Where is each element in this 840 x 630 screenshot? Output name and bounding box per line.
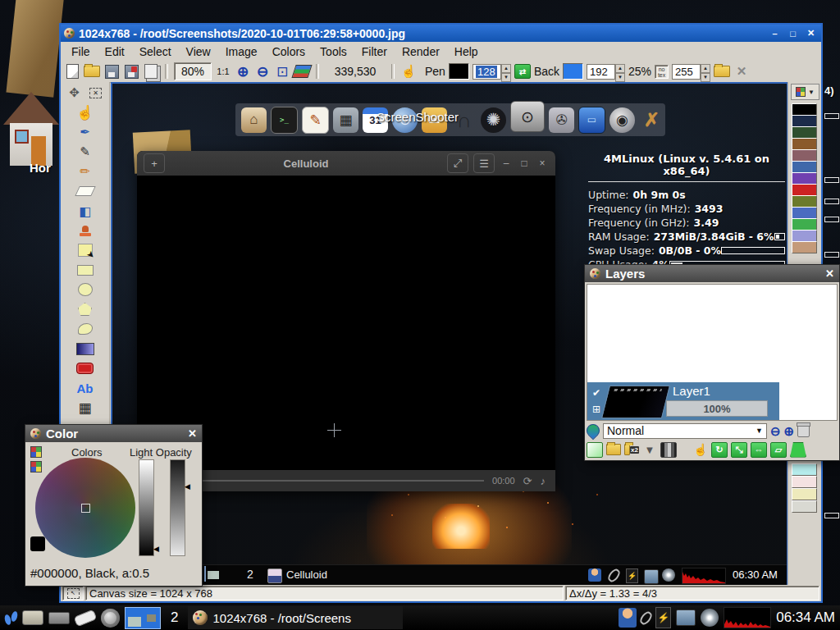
palette-swatch[interactable]	[792, 138, 817, 150]
menu-help[interactable]: Help	[447, 43, 486, 60]
move-tool[interactable]: ✥	[66, 84, 84, 102]
palette-swatch[interactable]	[792, 161, 817, 173]
fill-tool[interactable]: ◧	[75, 202, 95, 220]
deselect-tool[interactable]: ✕	[87, 84, 105, 102]
tray-user-icon[interactable]	[619, 608, 637, 628]
footprints-icon[interactable]	[5, 611, 17, 625]
zoom-select-button[interactable]: ⊡	[274, 63, 290, 80]
palette-swatch[interactable]	[792, 463, 817, 476]
minimize-button[interactable]: –	[768, 27, 782, 39]
lightness-marker[interactable]: ◀	[153, 545, 159, 553]
layer-open-icon[interactable]	[606, 443, 621, 457]
layer-visible-checkbox[interactable]: ✔	[592, 387, 600, 399]
save-button[interactable]	[103, 63, 120, 80]
window-titlebar[interactable]: 840x630 - /root/Screenshots/2020-10-01T…	[61, 25, 821, 42]
text-tool[interactable]: Ab	[75, 379, 95, 397]
background-color-swatch[interactable]	[563, 63, 583, 80]
palette-remove-icon[interactable]	[30, 461, 42, 472]
spin-down-icon[interactable]: ▼	[615, 73, 625, 82]
open-file-button[interactable]	[84, 63, 100, 80]
spin-down-icon[interactable]: ▼	[701, 73, 710, 82]
blend-mode-combo[interactable]: Normal ▼	[603, 423, 767, 439]
ellipse-tool[interactable]	[75, 281, 95, 299]
palette-swatch[interactable]	[792, 476, 817, 488]
swap-colors-button[interactable]: ⇄	[514, 64, 531, 79]
save-as-button[interactable]	[123, 63, 139, 80]
shuffle-tool[interactable]: ✏	[75, 162, 95, 180]
color-wheel-selector[interactable]	[81, 504, 90, 513]
zoom-level-combo[interactable]: 80%	[174, 62, 212, 80]
opacity-slider[interactable]	[170, 459, 185, 556]
spin-down-icon[interactable]: ▼	[501, 73, 511, 82]
palette-swatch[interactable]	[792, 488, 817, 500]
layer-new-icon[interactable]	[587, 442, 603, 458]
spin-up-icon[interactable]: ▲	[501, 64, 511, 73]
workspace-pager[interactable]	[125, 607, 161, 629]
eraser-tool[interactable]	[75, 182, 95, 200]
tray-computer-icon[interactable]	[676, 609, 696, 626]
tray-battery-icon[interactable]: ⚡	[655, 607, 671, 628]
color-close-icon[interactable]: ✕	[188, 427, 197, 440]
select-tool[interactable]: ➤	[75, 241, 95, 259]
pattern-tool[interactable]: ▦	[75, 399, 95, 417]
palette-menu-button[interactable]: ▼	[791, 84, 819, 100]
layers-trash-icon[interactable]	[797, 424, 810, 437]
load-texture-button[interactable]	[714, 63, 730, 80]
layer-skew-icon[interactable]: ▱	[770, 442, 787, 458]
palette-swatch[interactable]	[792, 103, 817, 116]
menu-file[interactable]: File	[64, 43, 98, 60]
clone-tool[interactable]	[75, 221, 95, 240]
palette-swatch[interactable]	[792, 195, 817, 208]
copy-button[interactable]	[143, 63, 159, 80]
paint-tool[interactable]: ✎	[75, 143, 95, 161]
layer-grid-icon[interactable]: ⊞	[592, 404, 600, 415]
palette-swatch[interactable]	[792, 172, 817, 185]
rectangle-tool[interactable]	[75, 261, 95, 279]
volume-icon[interactable]	[101, 609, 120, 628]
palette-swatch[interactable]	[792, 115, 817, 127]
usb-stick-icon[interactable]	[74, 609, 98, 627]
palette-swatch[interactable]	[792, 207, 817, 219]
menu-edit[interactable]: Edit	[98, 43, 132, 60]
palette-swatch[interactable]	[792, 241, 817, 253]
value-c-spinbox[interactable]: 255 ▲▼	[672, 64, 710, 80]
layer-center-icon[interactable]: ☝	[693, 443, 708, 457]
layers-zoom-out-icon[interactable]: ⊖	[770, 425, 781, 437]
clear-texture-button[interactable]: ✕	[733, 63, 750, 80]
layer-lower-icon[interactable]: ▼	[642, 443, 657, 457]
menu-filter[interactable]: Filter	[354, 43, 395, 60]
lasso-tool[interactable]	[75, 320, 95, 338]
layer-grayscale-icon[interactable]	[660, 442, 677, 458]
maximize-button[interactable]: □	[786, 27, 800, 39]
close-button[interactable]: ✕	[804, 27, 818, 39]
layers-dialog-titlebar[interactable]: Layers ✕	[585, 265, 839, 282]
pan-tool[interactable]: ☝	[75, 103, 95, 121]
polygon-tool[interactable]	[75, 300, 95, 318]
layer-row-selected[interactable]: ✔ ⊞ Layer1 100%	[587, 382, 779, 420]
value-a-spinbox[interactable]: 128 ▲▼	[472, 64, 511, 80]
palette-swatch[interactable]	[792, 184, 817, 196]
menu-image[interactable]: Image	[218, 43, 265, 60]
spin-up-icon[interactable]: ▲	[701, 64, 710, 73]
menu-tools[interactable]: Tools	[313, 43, 354, 60]
color-picker-tool[interactable]: ✒	[75, 123, 95, 141]
smudge-tool[interactable]	[75, 359, 95, 377]
layer-rotate-icon[interactable]: ↻	[711, 442, 728, 458]
tray-cd-icon[interactable]	[701, 609, 719, 627]
palette-swatch[interactable]	[792, 500, 817, 513]
palette-add-icon[interactable]	[30, 446, 42, 458]
foreground-color-swatch[interactable]	[449, 63, 469, 80]
menu-view[interactable]: View	[179, 43, 218, 60]
layer-resize-icon[interactable]: ⤡	[731, 442, 747, 458]
mtpaint-task-button[interactable]: 840x630 - /root/Screens	[188, 606, 403, 629]
menu-select[interactable]: Select	[132, 43, 179, 60]
value-b-spinbox[interactable]: 192 ▲▼	[587, 64, 625, 80]
menu-colors[interactable]: Colors	[265, 43, 313, 60]
palette-swatch[interactable]	[792, 218, 817, 231]
no-texture-button[interactable]: no tex	[655, 65, 669, 79]
palette-swatch[interactable]	[792, 149, 817, 162]
layers-zoom-in-icon[interactable]: ⊕	[784, 425, 795, 437]
usb-icon[interactable]	[48, 612, 70, 624]
color-dialog-titlebar[interactable]: Color ✕	[25, 425, 202, 442]
layer-duplicate-icon[interactable]: x2	[624, 443, 639, 457]
